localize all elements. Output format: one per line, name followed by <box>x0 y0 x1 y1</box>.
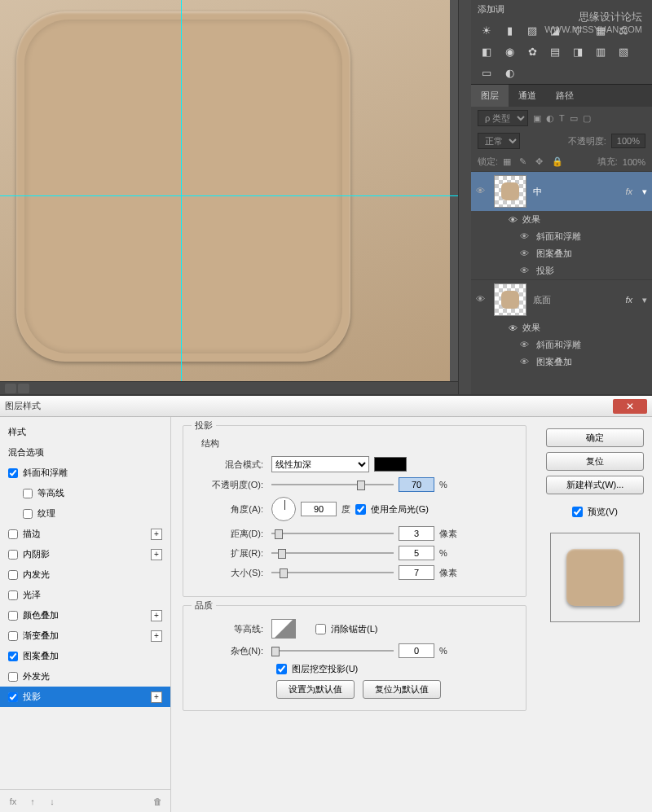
canvas-scrollbar-vertical[interactable] <box>458 0 471 394</box>
satin-checkbox[interactable] <box>8 590 18 600</box>
eye-icon[interactable]: 👁 <box>509 323 518 333</box>
trash-icon[interactable]: 🗑 <box>151 797 164 806</box>
style-inner-glow[interactable]: 内发光 <box>0 564 170 585</box>
bevel-checkbox[interactable] <box>8 468 18 478</box>
visibility-icon[interactable]: 👁 <box>520 340 531 351</box>
tab-paths[interactable]: 路径 <box>546 85 584 107</box>
style-bevel[interactable]: 斜面和浮雕 <box>0 463 170 483</box>
effect-pattern[interactable]: 图案叠加 <box>536 356 572 368</box>
bw-icon[interactable]: ◧ <box>479 45 494 58</box>
canvas-scrollbar-horizontal[interactable] <box>0 381 458 394</box>
visibility-icon[interactable]: 👁 <box>520 357 531 368</box>
layer-thumbnail[interactable] <box>494 283 526 316</box>
add-icon[interactable]: + <box>151 610 162 621</box>
style-color-overlay[interactable]: 颜色叠加+ <box>0 605 170 625</box>
lut-icon[interactable]: ▤ <box>548 45 562 58</box>
preview-checkbox[interactable] <box>572 507 583 517</box>
channel-mixer-icon[interactable]: ✿ <box>525 45 540 58</box>
visibility-icon[interactable]: 👁 <box>520 231 531 243</box>
invert-icon[interactable]: ◨ <box>570 45 585 58</box>
style-pattern-overlay[interactable]: 图案叠加 <box>0 646 170 666</box>
drop-shadow-checkbox[interactable] <box>8 692 18 702</box>
filter-shape-icon[interactable]: ▭ <box>570 113 578 124</box>
angle-input[interactable] <box>301 502 337 516</box>
lock-transparent-icon[interactable]: ▦ <box>503 156 514 168</box>
style-contour[interactable]: 等高线 <box>0 483 170 503</box>
style-stroke[interactable]: 描边+ <box>0 524 170 544</box>
lock-position-icon[interactable]: ✥ <box>535 156 547 168</box>
eye-icon[interactable]: 👁 <box>509 215 518 225</box>
close-button[interactable]: ✕ <box>613 399 647 414</box>
effect-bevel[interactable]: 斜面和浮雕 <box>536 339 581 351</box>
set-default-button[interactable]: 设置为默认值 <box>276 680 355 699</box>
blend-mode-select[interactable]: 线性加深 <box>271 456 369 472</box>
visibility-icon[interactable]: 👁 <box>476 186 487 197</box>
brightness-icon[interactable]: ☀ <box>479 24 494 37</box>
gradient-map-icon[interactable]: ▭ <box>479 66 494 79</box>
reset-default-button[interactable]: 复位为默认值 <box>363 680 441 699</box>
outer-glow-checkbox[interactable] <box>8 672 18 682</box>
chevron-down-icon[interactable]: ▾ <box>642 295 647 305</box>
scroll-btn[interactable] <box>18 384 29 393</box>
visibility-icon[interactable]: 👁 <box>476 294 487 305</box>
global-light-checkbox[interactable] <box>355 504 366 515</box>
layer-name[interactable]: 底面 <box>533 294 619 306</box>
style-satin[interactable]: 光泽 <box>0 585 170 605</box>
dialog-titlebar[interactable]: 图层样式 ✕ <box>0 396 652 417</box>
reset-button[interactable]: 复位 <box>546 452 644 471</box>
layer-name[interactable]: 中 <box>533 186 619 198</box>
new-style-button[interactable]: 新建样式(W)... <box>546 476 644 494</box>
size-input[interactable] <box>399 565 434 580</box>
layer-row[interactable]: 👁 中 fx ▾ <box>471 171 652 211</box>
gradient-overlay-checkbox[interactable] <box>8 631 18 641</box>
effect-bevel[interactable]: 斜面和浮雕 <box>536 230 581 243</box>
add-icon[interactable]: + <box>151 549 162 560</box>
add-icon[interactable]: + <box>151 529 162 540</box>
lock-pixels-icon[interactable]: ✎ <box>519 156 531 168</box>
photo-filter-icon[interactable]: ◉ <box>502 45 517 58</box>
style-outer-glow[interactable]: 外发光 <box>0 666 170 687</box>
shadow-color-swatch[interactable] <box>374 457 407 472</box>
visibility-icon[interactable]: 👁 <box>520 266 531 277</box>
pattern-overlay-checkbox[interactable] <box>8 652 18 661</box>
size-slider[interactable] <box>271 567 394 578</box>
distance-slider[interactable] <box>271 528 394 539</box>
fx-badge[interactable]: fx <box>625 187 632 196</box>
ok-button[interactable]: 确定 <box>546 428 644 447</box>
scroll-btn[interactable] <box>5 384 16 393</box>
inner-glow-checkbox[interactable] <box>8 570 18 580</box>
fx-menu-icon[interactable]: fx <box>7 797 20 806</box>
style-inner-shadow[interactable]: 内阴影+ <box>0 544 170 564</box>
chevron-down-icon[interactable]: ▾ <box>642 187 647 197</box>
tab-channels[interactable]: 通道 <box>509 85 546 107</box>
blend-options-row[interactable]: 混合选项 <box>0 442 170 463</box>
layer-row[interactable]: 👁 底面 fx ▾ <box>471 279 652 319</box>
guide-horizontal[interactable] <box>0 195 471 196</box>
fill-value[interactable]: 100% <box>623 157 645 167</box>
threshold-icon[interactable]: ▧ <box>616 45 631 58</box>
lock-all-icon[interactable]: 🔒 <box>552 156 563 168</box>
color-overlay-checkbox[interactable] <box>8 611 18 621</box>
selective-color-icon[interactable]: ◐ <box>502 66 517 79</box>
filter-adjust-icon[interactable]: ◐ <box>546 113 554 124</box>
effect-shadow[interactable]: 投影 <box>536 265 554 277</box>
distance-input[interactable] <box>399 526 434 541</box>
arrow-up-icon[interactable]: ↑ <box>26 797 39 806</box>
noise-input[interactable] <box>399 643 434 658</box>
tab-layers[interactable]: 图层 <box>471 85 509 107</box>
layer-filter-type[interactable]: ρ 类型 <box>478 110 528 126</box>
angle-dial[interactable] <box>271 497 296 521</box>
inner-shadow-checkbox[interactable] <box>8 550 18 560</box>
arrow-down-icon[interactable]: ↓ <box>46 797 59 806</box>
contour-checkbox[interactable] <box>23 489 33 498</box>
canvas-area[interactable] <box>0 0 471 394</box>
opacity-input[interactable] <box>399 477 434 492</box>
style-texture[interactable]: 纹理 <box>0 503 170 524</box>
layer-thumbnail[interactable] <box>494 175 526 208</box>
fx-badge[interactable]: fx <box>625 295 632 305</box>
add-icon[interactable]: + <box>151 691 162 703</box>
styles-header[interactable]: 样式 <box>0 422 170 442</box>
opacity-slider[interactable] <box>271 479 394 490</box>
effect-pattern[interactable]: 图案叠加 <box>536 248 572 260</box>
style-drop-shadow[interactable]: 投影+ <box>0 687 170 707</box>
